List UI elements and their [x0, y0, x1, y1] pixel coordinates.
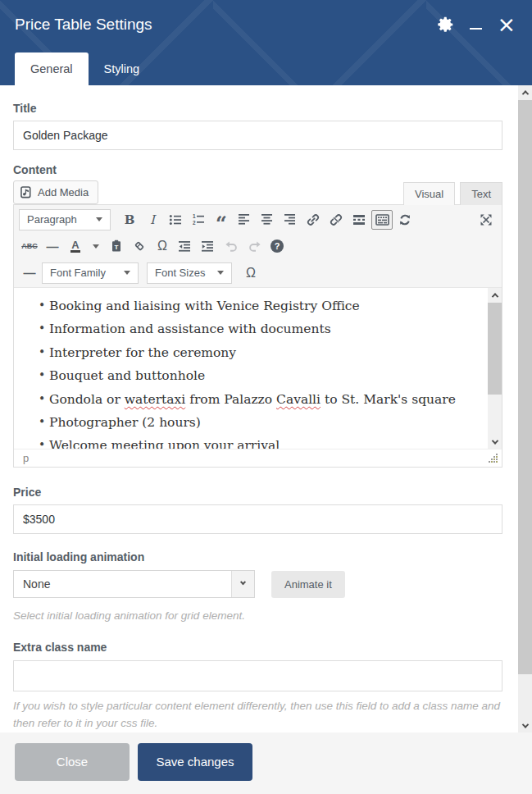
price-table-settings-dialog: Price Table Settings × General Styling T…: [0, 0, 532, 794]
editor-statusbar: p: [14, 449, 502, 467]
add-media-button[interactable]: Add Media: [13, 180, 98, 204]
blockquote-button[interactable]: “: [211, 210, 232, 230]
paragraph-select[interactable]: Paragraph: [19, 209, 111, 230]
extra-class-help-text: If you wish to style particular content …: [13, 698, 502, 732]
horizontal-rule-2-button[interactable]: —: [19, 263, 40, 283]
refresh-icon[interactable]: [394, 210, 416, 230]
extra-class-input[interactable]: [13, 660, 502, 691]
tab-text[interactable]: Text: [460, 182, 502, 205]
animation-label: Initial loading animation: [13, 550, 502, 564]
list-item: Bouquet and buttonhole: [39, 368, 480, 384]
tab-styling[interactable]: Styling: [89, 52, 156, 85]
unlink-icon[interactable]: [325, 210, 347, 230]
scroll-up-icon[interactable]: [488, 288, 502, 302]
element-path[interactable]: p: [23, 452, 488, 464]
editor-scrollbar-thumb[interactable]: [488, 303, 502, 395]
list-item: Booking and liaising with Venice Registr…: [39, 299, 480, 314]
link-icon[interactable]: [302, 210, 324, 230]
toolbar-toggle-icon[interactable]: [371, 210, 393, 230]
dialog-body: Title Content Add Media Visual Text Para…: [0, 85, 518, 732]
align-left-icon[interactable]: [234, 210, 255, 230]
svg-text:T: T: [115, 244, 119, 251]
list-item: Welcome meeting upon your arrival: [39, 438, 480, 449]
tab-general[interactable]: General: [15, 52, 89, 85]
title-input[interactable]: [13, 121, 502, 150]
chevron-down-icon: [231, 571, 254, 597]
list-item: Interpreter for the ceremony: [39, 345, 480, 361]
chevron-down-icon: [217, 271, 224, 275]
extra-class-label: Extra class name: [13, 641, 502, 654]
redo-icon[interactable]: [243, 236, 265, 256]
chevron-down-icon: [96, 217, 102, 221]
add-media-label: Add Media: [38, 186, 89, 198]
align-center-icon[interactable]: [257, 210, 278, 230]
list-item: Photographer (2 hours): [39, 415, 480, 431]
tab-visual[interactable]: Visual: [403, 182, 455, 205]
text-color-button[interactable]: A: [65, 236, 86, 256]
add-media-icon: [20, 186, 33, 198]
toolbar-row-3: — Font Family Font Sizes Ω: [14, 258, 502, 288]
toolbar-row-1: Paragraph B I 12 “: [14, 205, 502, 234]
scroll-down-icon[interactable]: [518, 719, 532, 732]
font-sizes-select[interactable]: Font Sizes: [147, 262, 232, 284]
align-right-icon[interactable]: [280, 210, 301, 230]
animation-select[interactable]: None: [13, 570, 255, 598]
fullscreen-icon[interactable]: [475, 210, 497, 230]
dialog-title: Price Table Settings: [15, 16, 437, 34]
strikethrough-button[interactable]: ABC: [19, 236, 40, 256]
scroll-down-icon[interactable]: [488, 435, 502, 449]
price-input[interactable]: [13, 504, 502, 534]
outdent-icon[interactable]: [175, 236, 196, 256]
more-tag-icon[interactable]: [348, 210, 370, 230]
svg-text:1: 1: [193, 214, 196, 219]
price-label: Price: [13, 486, 502, 499]
scroll-up-icon[interactable]: [518, 85, 532, 99]
gear-icon[interactable]: [437, 16, 455, 34]
font-family-select[interactable]: Font Family: [42, 262, 139, 284]
content-bullet-list: Booking and liaising with Venice Registr…: [39, 299, 480, 449]
dialog-scrollbar-thumb[interactable]: [518, 100, 532, 674]
special-character-2-button[interactable]: Ω: [240, 263, 261, 283]
italic-button[interactable]: I: [142, 210, 163, 230]
text-color-dropdown-icon[interactable]: [88, 236, 104, 256]
misspelled-word: watertaxi: [125, 392, 186, 407]
content-label: Content: [13, 163, 502, 176]
close-button[interactable]: Close: [15, 743, 130, 781]
clear-formatting-icon[interactable]: [129, 236, 150, 256]
misspelled-word: Cavalli: [276, 392, 321, 407]
bullet-list-icon[interactable]: [165, 210, 186, 230]
help-icon[interactable]: ?: [266, 236, 288, 256]
special-character-button[interactable]: Ω: [152, 236, 173, 256]
title-label: Title: [13, 102, 502, 115]
animation-help-text: Select initial loading animation for gri…: [13, 608, 502, 624]
numbered-list-icon[interactable]: 12: [188, 210, 209, 230]
paste-as-text-icon[interactable]: T: [106, 236, 127, 256]
save-changes-button[interactable]: Save changes: [138, 743, 252, 781]
dialog-footer: Close Save changes: [0, 732, 532, 794]
horizontal-rule-button[interactable]: —: [42, 236, 63, 256]
dialog-header: Price Table Settings × General Styling: [0, 0, 532, 85]
animate-it-button[interactable]: Animate it: [271, 571, 345, 598]
svg-text:2: 2: [193, 219, 196, 225]
editor-scrollbar[interactable]: [488, 288, 502, 449]
wysiwyg-editor: Paragraph B I 12 “: [13, 204, 502, 468]
bold-button[interactable]: B: [119, 210, 140, 230]
dialog-scrollbar[interactable]: [518, 85, 532, 732]
minimize-icon[interactable]: [470, 18, 482, 31]
toolbar-row-2: ABC — A T Ω: [14, 234, 502, 258]
list-item: Gondola or watertaxi from Palazzo Cavall…: [39, 392, 480, 408]
indent-icon[interactable]: [198, 236, 219, 256]
resize-grip-icon[interactable]: [488, 453, 498, 463]
undo-icon[interactable]: [221, 236, 242, 256]
list-item: Information and assistance with document…: [39, 322, 480, 337]
close-icon[interactable]: ×: [497, 16, 516, 33]
dialog-tabs: General Styling: [15, 49, 155, 85]
chevron-down-icon: [124, 271, 130, 275]
editor-content-area[interactable]: Booking and liaising with Venice Registr…: [14, 288, 502, 449]
